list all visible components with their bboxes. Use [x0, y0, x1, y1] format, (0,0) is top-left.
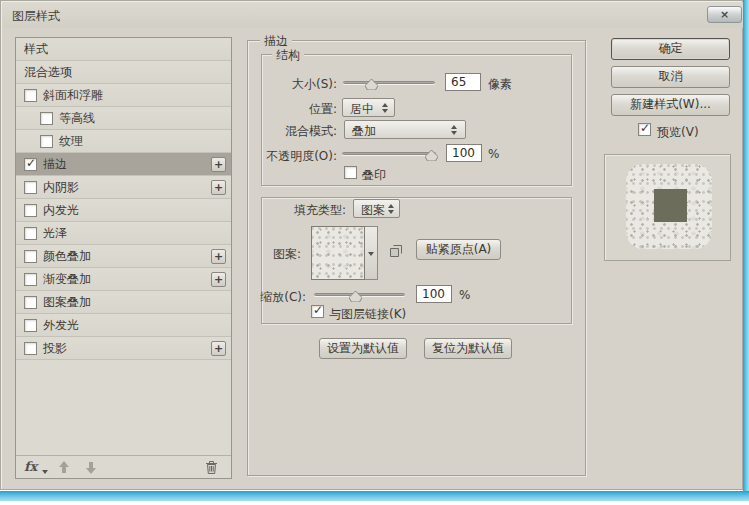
style-list-panel: 样式 混合选项 斜面和浮雕 等高线 纹理 描边 + 内阴影 + 内发光 光泽 颜…: [15, 37, 232, 479]
size-slider-thumb[interactable]: [365, 75, 378, 94]
scale-label: 缩放(C):: [256, 289, 306, 306]
sidebar-style-item[interactable]: 光泽: [16, 222, 231, 245]
expand-plus-button[interactable]: +: [211, 157, 226, 172]
link-with-layer-label: 与图层链接(K): [329, 306, 406, 323]
cancel-button[interactable]: 取消: [611, 66, 730, 88]
overprint-label: 叠印: [362, 167, 386, 184]
style-checkbox[interactable]: [24, 89, 37, 102]
sidebar-style-item[interactable]: 内发光: [16, 199, 231, 222]
snap-to-origin-button[interactable]: 贴紧原点(A): [416, 239, 501, 260]
spinner-icon: [451, 125, 457, 135]
opacity-slider[interactable]: [342, 152, 436, 155]
size-slider[interactable]: [343, 81, 435, 84]
style-preview-box: [604, 154, 731, 261]
sidebar-item-label: 内阴影: [43, 179, 79, 196]
style-checkbox[interactable]: [24, 342, 37, 355]
style-checkbox[interactable]: [24, 158, 37, 171]
sidebar-item-label: 外发光: [43, 317, 79, 334]
size-input[interactable]: 65: [445, 73, 481, 91]
sidebar-item-label: 光泽: [43, 225, 67, 242]
app-window-border-right: [743, 0, 749, 501]
sidebar-style-item[interactable]: 颜色叠加 +: [16, 245, 231, 268]
structure-group-label: 结构: [272, 47, 304, 64]
fx-menu-caret-icon: [42, 470, 48, 474]
dialog-title: 图层样式: [12, 8, 60, 25]
style-list-toolbar: fx: [16, 455, 231, 478]
style-checkbox[interactable]: [24, 296, 37, 309]
sidebar-item-label: 图案叠加: [43, 294, 91, 311]
sidebar-style-item[interactable]: 描边 +: [16, 153, 231, 176]
reset-default-button[interactable]: 复位为默认值: [424, 338, 512, 359]
sidebar-style-item[interactable]: 内阴影 +: [16, 176, 231, 199]
sidebar-style-item[interactable]: 样式: [16, 38, 231, 61]
position-label: 位置:: [251, 101, 337, 118]
size-unit: 像素: [488, 76, 512, 93]
blend-mode-value: 叠加: [352, 123, 376, 140]
fill-type-value: 图案: [361, 202, 385, 219]
sidebar-item-label: 混合选项: [24, 64, 72, 81]
opacity-unit: %: [488, 147, 499, 161]
style-checkbox[interactable]: [24, 273, 37, 286]
scale-input[interactable]: 100: [416, 285, 452, 303]
preview-checkbox[interactable]: [638, 123, 651, 136]
scale-unit: %: [459, 288, 470, 302]
style-checkbox[interactable]: [24, 319, 37, 332]
style-checkbox[interactable]: [24, 181, 37, 194]
scale-slider-thumb[interactable]: [349, 287, 362, 306]
sidebar-style-item[interactable]: 混合选项: [16, 61, 231, 84]
style-checkbox[interactable]: [24, 250, 37, 263]
dialog-titlebar[interactable]: 图层样式 ×: [2, 2, 743, 28]
sidebar-style-item[interactable]: 外发光: [16, 314, 231, 337]
preview-label: 预览(V): [657, 124, 699, 141]
blend-mode-select[interactable]: 叠加: [344, 120, 466, 139]
style-list: 样式 混合选项 斜面和浮雕 等高线 纹理 描边 + 内阴影 + 内发光 光泽 颜…: [16, 38, 231, 360]
style-checkbox[interactable]: [40, 112, 53, 125]
fx-icon[interactable]: fx: [24, 459, 37, 474]
sidebar-item-label: 描边: [43, 156, 67, 173]
move-down-icon[interactable]: [85, 461, 97, 474]
pattern-swatch[interactable]: [311, 226, 365, 280]
style-preview-thumbnail: [626, 164, 712, 249]
pattern-picker-arrow[interactable]: [365, 226, 378, 280]
sidebar-item-label: 颜色叠加: [43, 248, 91, 265]
expand-plus-button[interactable]: +: [211, 341, 226, 356]
ok-button[interactable]: 确定: [611, 38, 730, 60]
overprint-checkbox[interactable]: [344, 166, 357, 179]
make-default-button[interactable]: 设置为默认值: [319, 338, 407, 359]
app-window-border-bottom: [0, 491, 749, 501]
fill-type-label: 填充类型:: [256, 202, 346, 219]
expand-plus-button[interactable]: +: [211, 180, 226, 195]
opacity-slider-thumb[interactable]: [425, 146, 438, 165]
sidebar-item-label: 内发光: [43, 202, 79, 219]
sidebar-style-item[interactable]: 投影 +: [16, 337, 231, 360]
sidebar-item-label: 渐变叠加: [43, 271, 91, 288]
expand-plus-button[interactable]: +: [211, 249, 226, 264]
sidebar-item-label: 斜面和浮雕: [43, 87, 103, 104]
sidebar-style-item[interactable]: 斜面和浮雕: [16, 84, 231, 107]
size-label: 大小(S):: [251, 76, 337, 93]
opacity-label: 不透明度(O):: [241, 148, 337, 165]
opacity-input[interactable]: 100: [446, 144, 482, 162]
position-select[interactable]: 居中: [342, 98, 395, 117]
position-value: 居中: [350, 101, 374, 118]
style-checkbox[interactable]: [24, 204, 37, 217]
delete-effect-icon[interactable]: [205, 460, 218, 479]
sidebar-style-item[interactable]: 纹理: [16, 130, 231, 153]
move-up-icon[interactable]: [58, 461, 70, 474]
expand-plus-button[interactable]: +: [211, 272, 226, 287]
new-style-button[interactable]: 新建样式(W)...: [611, 94, 730, 116]
sidebar-style-item[interactable]: 等高线: [16, 107, 231, 130]
new-pattern-preset-icon[interactable]: [389, 243, 403, 262]
spinner-icon: [382, 103, 388, 113]
close-button[interactable]: ×: [707, 6, 742, 23]
sidebar-style-item[interactable]: 渐变叠加 +: [16, 268, 231, 291]
link-with-layer-checkbox[interactable]: [311, 305, 324, 318]
style-checkbox[interactable]: [24, 227, 37, 240]
layer-style-dialog: 图层样式 × 样式 混合选项 斜面和浮雕 等高线 纹理 描边 + 内阴影 + 内…: [0, 0, 743, 490]
screen: 图层样式 × 样式 混合选项 斜面和浮雕 等高线 纹理 描边 + 内阴影 + 内…: [0, 0, 749, 505]
style-checkbox[interactable]: [40, 135, 53, 148]
sidebar-item-label: 等高线: [59, 110, 95, 127]
fill-type-select[interactable]: 图案: [353, 199, 400, 218]
sidebar-style-item[interactable]: 图案叠加: [16, 291, 231, 314]
spinner-icon: [388, 204, 394, 214]
